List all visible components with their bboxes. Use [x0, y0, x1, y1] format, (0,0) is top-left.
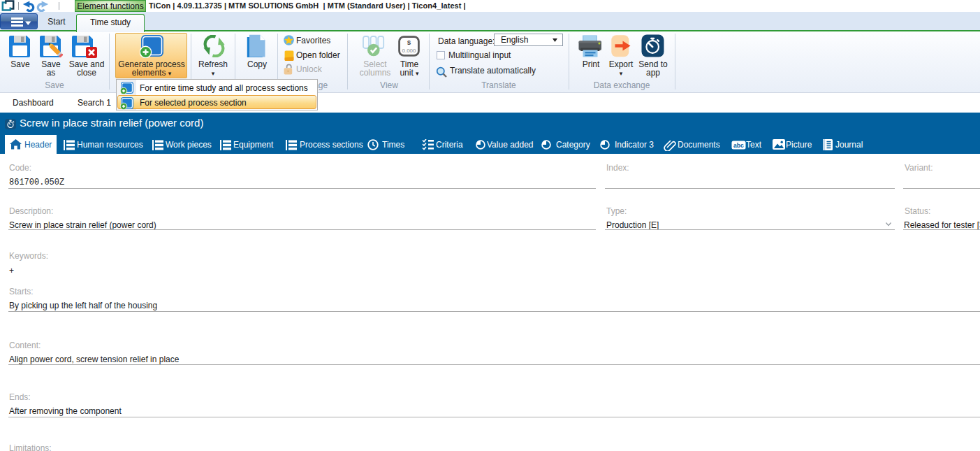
svg-text:abc: abc [733, 142, 744, 149]
svg-text:s: s [407, 38, 411, 46]
svg-text:0.000: 0.000 [402, 48, 416, 54]
